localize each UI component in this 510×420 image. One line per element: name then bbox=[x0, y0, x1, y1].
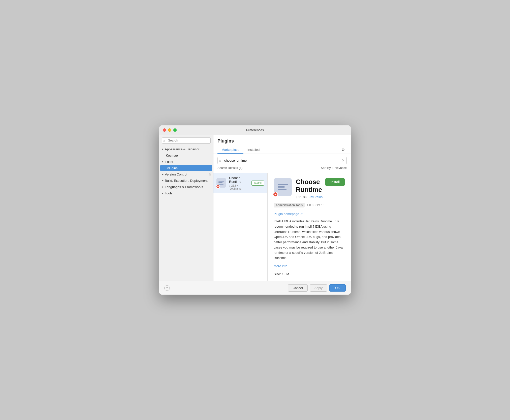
plugin-tag: Administration Tools bbox=[274, 203, 305, 207]
maximize-button[interactable] bbox=[173, 128, 177, 132]
plugin-detail-tags: Administration Tools 1.0.8 Oct 16... bbox=[274, 203, 345, 207]
arrow-icon: ▶ bbox=[162, 160, 164, 163]
sidebar-item-label: Keymap bbox=[166, 154, 178, 157]
arrow-icon: ▶ bbox=[162, 186, 164, 188]
list-install-button[interactable]: Install bbox=[251, 181, 264, 186]
sidebar-item-keymap[interactable]: Keymap bbox=[159, 152, 213, 159]
plugin-search-area: ⌕ ✕ Search Results (1) Sort By: Relevanc… bbox=[213, 154, 351, 173]
plugin-icon-line bbox=[218, 184, 224, 185]
apply-button[interactable]: Apply bbox=[310, 284, 328, 292]
plugins-tabs: Marketplace Installed ⚙ bbox=[217, 146, 347, 154]
sidebar-item-label: Build, Execution, Deployment bbox=[165, 179, 208, 183]
plugin-list-meta: ↓ 21.8K JetBrains bbox=[229, 184, 251, 190]
sidebar-item-build-execution[interactable]: ▶ Build, Execution, Deployment bbox=[159, 178, 213, 184]
sidebar-item-plugins[interactable]: Plugins bbox=[160, 165, 212, 171]
plugin-list-name: Choose Runtime bbox=[229, 176, 251, 184]
close-button[interactable] bbox=[163, 128, 166, 132]
plugin-icon-line bbox=[218, 181, 224, 182]
sidebar-item-languages-frameworks[interactable]: ▶ Languages & Frameworks bbox=[159, 184, 213, 190]
footer: ? Cancel Apply OK bbox=[159, 281, 351, 295]
ok-button[interactable]: OK bbox=[329, 284, 346, 292]
plugin-detail-icon-line bbox=[278, 184, 288, 185]
sidebar-item-label: Version Control bbox=[165, 172, 187, 176]
sidebar-item-label: Languages & Frameworks bbox=[165, 185, 203, 189]
plugin-detail-title-area: Choose Runtime Install ↓ 21.8K JetBrains bbox=[296, 178, 345, 199]
tab-installed[interactable]: Installed bbox=[243, 146, 264, 154]
sidebar: ▶ Appearance & Behavior Keymap ▶ Editor … bbox=[159, 135, 213, 281]
sidebar-search-field-wrap bbox=[162, 137, 211, 144]
plugin-size: Size: 1.5M bbox=[274, 272, 345, 276]
plugin-author: JetBrains bbox=[230, 187, 241, 190]
plugin-detail-stats: ↓ 21.8K JetBrains bbox=[296, 195, 345, 199]
tab-marketplace[interactable]: Marketplace bbox=[217, 146, 243, 154]
search-meta: Search Results (1) Sort By: Relevance bbox=[217, 166, 347, 170]
plugin-detail-error-badge: − bbox=[273, 192, 278, 197]
plugin-homepage-link[interactable]: Plugin homepage ↗ bbox=[274, 212, 303, 216]
preferences-window: Preferences ▶ Appearance & Behavior Keym… bbox=[159, 125, 351, 295]
sidebar-search-wrap bbox=[162, 137, 211, 144]
help-button[interactable]: ? bbox=[164, 285, 170, 291]
arrow-icon: ▶ bbox=[162, 192, 164, 194]
sidebar-item-tools[interactable]: ▶ Tools bbox=[159, 190, 213, 196]
main-content: ▶ Appearance & Behavior Keymap ▶ Editor … bbox=[159, 135, 351, 281]
plugin-detail-icon-line bbox=[278, 189, 286, 190]
plugin-detail-icon: − bbox=[274, 178, 292, 196]
window-controls bbox=[163, 128, 177, 132]
copy-icon: ⎘ bbox=[209, 173, 211, 176]
footer-buttons: Cancel Apply OK bbox=[288, 284, 346, 292]
gear-icon[interactable]: ⚙ bbox=[339, 147, 347, 153]
plugin-icon: − bbox=[216, 178, 227, 188]
plugin-body: − Choose Runtime ↓ 21.8K JetBrains Insta… bbox=[213, 173, 351, 281]
plugin-list-info: Choose Runtime ↓ 21.8K JetBrains bbox=[229, 176, 251, 190]
titlebar: Preferences bbox=[159, 125, 351, 135]
plugins-header: Plugins Marketplace Installed ⚙ bbox=[213, 135, 351, 154]
plugin-downloads-count: 21.8K bbox=[231, 184, 239, 187]
arrow-icon: ▶ bbox=[162, 173, 164, 176]
plugin-date: Oct 16... bbox=[315, 203, 327, 207]
list-item[interactable]: − Choose Runtime ↓ 21.8K JetBrains Insta… bbox=[213, 173, 267, 193]
plugin-icon-lines bbox=[218, 181, 224, 185]
sidebar-item-label: Editor bbox=[165, 160, 173, 164]
plugin-detail-icon-line bbox=[278, 186, 285, 188]
plugins-title: Plugins bbox=[217, 138, 347, 144]
detail-install-button[interactable]: Install bbox=[325, 178, 345, 186]
sidebar-item-appearance-behavior[interactable]: ▶ Appearance & Behavior bbox=[159, 146, 213, 152]
plugin-detail-header: − Choose Runtime Install ↓ 21.8K JetBrai… bbox=[274, 178, 345, 199]
cancel-button[interactable]: Cancel bbox=[288, 284, 307, 292]
sidebar-item-label: Appearance & Behavior bbox=[165, 147, 199, 151]
plugin-detail-name: Choose Runtime bbox=[296, 178, 325, 194]
plugin-error-badge: − bbox=[216, 185, 220, 189]
sidebar-item-editor[interactable]: ▶ Editor bbox=[159, 159, 213, 165]
clear-search-icon[interactable]: ✕ bbox=[342, 158, 345, 162]
arrow-icon: ▶ bbox=[162, 148, 164, 150]
sidebar-item-label: Plugins bbox=[163, 166, 178, 170]
sort-by-dropdown[interactable]: Sort By: Relevance bbox=[321, 166, 347, 170]
sidebar-item-version-control[interactable]: ▶ Version Control ⎘ bbox=[159, 171, 213, 178]
sidebar-search-input[interactable] bbox=[162, 137, 211, 144]
detail-downloads: ↓ 21.8K bbox=[296, 195, 307, 199]
plugin-description: IntelliJ IDEA includes JetBrains Runtime… bbox=[274, 219, 345, 261]
minimize-button[interactable] bbox=[168, 128, 171, 132]
window-title: Preferences bbox=[246, 128, 264, 132]
plugin-detail-icon-lines bbox=[278, 184, 288, 190]
plugin-list: − Choose Runtime ↓ 21.8K JetBrains Insta… bbox=[213, 173, 268, 281]
detail-author[interactable]: JetBrains bbox=[309, 195, 323, 199]
plugin-search-input[interactable] bbox=[217, 157, 347, 164]
search-results-count: Search Results (1) bbox=[217, 166, 242, 170]
plugin-downloads: ↓ bbox=[229, 184, 231, 187]
right-panel: Plugins Marketplace Installed ⚙ ⌕ ✕ Sear… bbox=[213, 135, 351, 281]
arrow-icon: ▶ bbox=[162, 179, 164, 182]
plugin-version: 1.0.8 bbox=[307, 203, 313, 207]
plugin-search-wrap: ⌕ ✕ bbox=[217, 157, 347, 164]
plugin-detail: − Choose Runtime Install ↓ 21.8K JetBrai… bbox=[268, 173, 351, 281]
sidebar-item-label: Tools bbox=[165, 191, 172, 195]
more-info-link[interactable]: More info bbox=[274, 264, 287, 268]
plugin-icon-line bbox=[218, 182, 222, 183]
search-icon: ⌕ bbox=[219, 159, 221, 162]
